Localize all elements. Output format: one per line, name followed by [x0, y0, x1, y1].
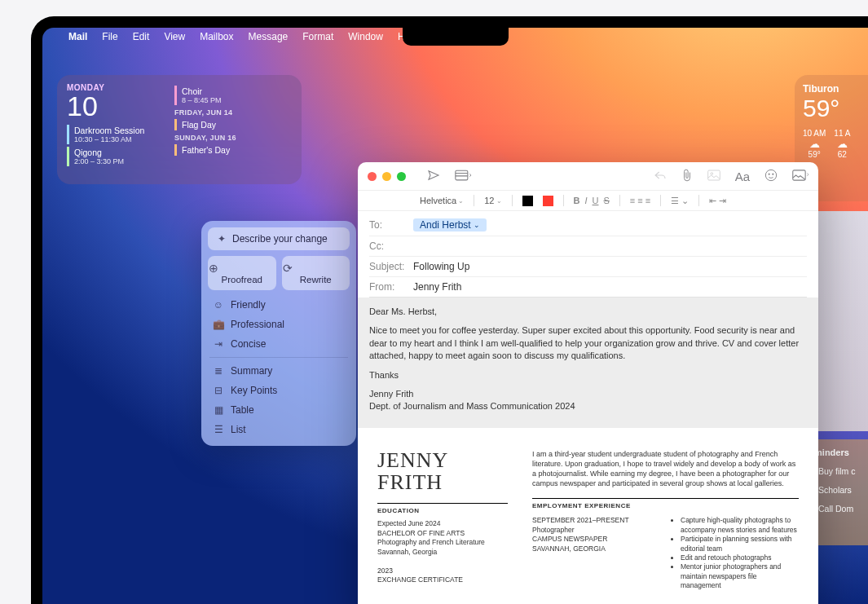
row-label: Professional	[231, 319, 284, 330]
weather-hour: 11 A ☁︎ 62	[834, 129, 850, 159]
emp-left: SEPTEMBER 2021–PRESENT Photographer CAMP…	[532, 516, 646, 591]
event-title: Qigong	[74, 148, 163, 157]
emp-header: EMPLOYMENT EXPERIENCE	[532, 498, 799, 511]
body-greeting: Dear Ms. Herbst,	[369, 306, 807, 318]
align-buttons[interactable]: ≡ ≡ ≡	[630, 196, 650, 205]
event-title: Choir	[182, 86, 292, 96]
underline-button[interactable]: U	[593, 196, 599, 205]
size-select[interactable]: 12⌄	[484, 196, 501, 205]
indent-buttons[interactable]: ⇤ ⇥	[709, 196, 726, 206]
briefcase-icon: 💼	[213, 319, 224, 330]
list-icon: ☰	[213, 424, 224, 435]
compress-icon: ⇥	[213, 338, 224, 350]
transform-summary[interactable]: ≣Summary	[208, 361, 350, 381]
event-time: 10:30 – 11:30 AM	[74, 135, 163, 143]
weather-hour-time: 11 A	[834, 129, 850, 138]
format-icon[interactable]: Aa	[735, 170, 750, 183]
svg-rect-1	[707, 170, 720, 180]
menu-edit[interactable]: Edit	[133, 31, 150, 42]
font-size: 12	[484, 196, 494, 205]
list-buttons[interactable]: ☰ ⌄	[671, 196, 689, 206]
photo-browser-icon[interactable]	[707, 170, 720, 183]
edu-header: EDUCATION	[377, 503, 508, 514]
weather-hour-time: 10 AM	[803, 129, 826, 138]
send-icon[interactable]	[427, 169, 440, 184]
bold-button[interactable]: B	[574, 196, 580, 205]
calendar-daynum: 10	[67, 92, 163, 120]
menu-message[interactable]: Message	[249, 31, 289, 42]
magnify-icon: ⊕	[208, 262, 219, 275]
menu-file[interactable]: File	[102, 31, 117, 42]
menu-mailbox[interactable]: Mailbox	[200, 31, 233, 42]
reply-icon[interactable]	[654, 170, 667, 183]
text-color[interactable]	[522, 196, 533, 206]
format-bar: Helvetica⌄ 12⌄ BIUS ≡ ≡ ≡ ☰ ⌄ ⇤ ⇥	[358, 190, 818, 211]
text-bg-color[interactable]	[543, 196, 553, 206]
bullet: Mentor junior photographers and maintain…	[681, 562, 799, 590]
cloud-icon: ☁︎	[803, 138, 826, 150]
subject-value[interactable]: Following Up	[413, 261, 469, 272]
cloud-icon: ☁︎	[834, 138, 850, 150]
from-label: From:	[369, 281, 413, 293]
to-label: To:	[369, 219, 413, 231]
attach-icon[interactable]	[681, 169, 693, 184]
header-fields-icon[interactable]	[455, 170, 471, 183]
reminder-text: Call Dom	[818, 504, 853, 514]
svg-rect-0	[456, 170, 468, 180]
tone-professional[interactable]: 💼Professional	[208, 315, 350, 334]
font-name: Helvetica	[420, 196, 456, 205]
describe-change-input[interactable]: ✦ Describe your change	[208, 227, 350, 250]
transform-table[interactable]: ▦Table	[208, 400, 350, 420]
from-row[interactable]: From: Jenny Frith	[369, 277, 807, 298]
resume-name: JENNY	[377, 449, 508, 471]
event-time: 8 – 8:45 PM	[182, 96, 292, 104]
calendar-event: Darkroom Session 10:30 – 11:30 AM	[67, 125, 163, 144]
emp-bullets: Capture high-quality photographs to acco…	[671, 516, 799, 591]
svg-point-5	[773, 174, 773, 174]
calendar-date-header: SUNDAY, JUN 16	[174, 134, 292, 142]
emoji-icon[interactable]	[764, 169, 778, 184]
cc-row[interactable]: Cc:	[369, 236, 807, 257]
proofread-button[interactable]: ⊕Proofread	[208, 256, 276, 290]
reminder-text: Scholars	[818, 485, 852, 495]
row-label: Key Points	[231, 385, 277, 396]
menu-window[interactable]: Window	[348, 31, 383, 42]
row-label: Concise	[231, 338, 266, 350]
bullet: Edit and retouch photographs	[681, 553, 799, 562]
minimize-button[interactable]	[382, 172, 391, 181]
zoom-button[interactable]	[397, 172, 406, 181]
bullet: Capture high-quality photographs to acco…	[681, 516, 799, 535]
subject-row[interactable]: Subject: Following Up	[369, 257, 807, 277]
to-row[interactable]: To: Andi Herbst	[369, 214, 807, 236]
svg-point-3	[765, 170, 776, 180]
transform-list[interactable]: ☰List	[208, 420, 350, 439]
attachment-preview[interactable]: JENNY FRITH EDUCATION Expected June 2024…	[358, 428, 818, 604]
svg-point-2	[711, 172, 713, 174]
calendar-event: Qigong 2:00 – 3:30 PM	[67, 147, 163, 166]
smile-icon: ☺	[213, 299, 224, 311]
body-sig-name: Jenny Frith	[369, 388, 807, 400]
body-thanks: Thanks	[369, 369, 807, 381]
bullet: Participate in planning sessions with ed…	[681, 535, 799, 553]
traffic-lights	[368, 172, 406, 181]
message-body[interactable]: Dear Ms. Herbst, Nice to meet you for co…	[358, 298, 818, 428]
font-select[interactable]: Helvetica⌄	[420, 196, 464, 205]
photo-insert-icon[interactable]	[792, 170, 809, 183]
recipient-chip[interactable]: Andi Herbst	[413, 218, 487, 231]
strike-button[interactable]: S	[603, 196, 609, 205]
weather-temp: 59°	[803, 95, 860, 122]
from-value: Jenny Frith	[413, 281, 461, 293]
tone-concise[interactable]: ⇥Concise	[208, 334, 350, 354]
event-title: Darkroom Session	[74, 126, 163, 135]
close-button[interactable]	[368, 172, 377, 181]
tone-friendly[interactable]: ☺Friendly	[208, 295, 350, 315]
describe-placeholder: Describe your change	[232, 233, 328, 245]
app-name[interactable]: Mail	[68, 31, 87, 42]
transform-keypoints[interactable]: ⊟Key Points	[208, 381, 350, 400]
menu-view[interactable]: View	[164, 31, 185, 42]
menu-format[interactable]: Format	[302, 31, 333, 42]
calendar-widget[interactable]: MONDAY 10 Darkroom Session 10:30 – 11:30…	[57, 75, 302, 184]
row-label: List	[231, 424, 246, 435]
rewrite-button[interactable]: ⟳Rewrite	[282, 256, 350, 290]
italic-button[interactable]: I	[584, 196, 587, 205]
